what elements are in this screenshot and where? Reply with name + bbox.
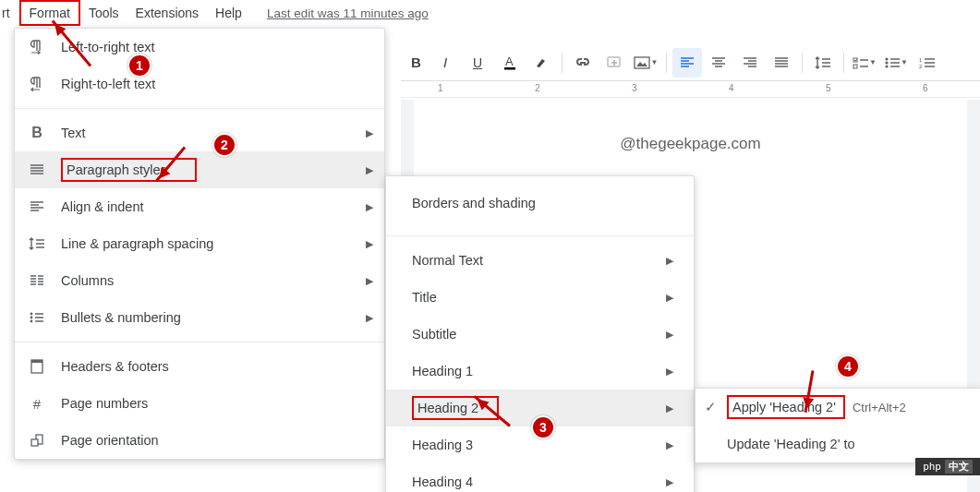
submenu-arrow-icon: ▶: [366, 275, 373, 287]
bold-icon: B: [26, 125, 48, 141]
svg-text:B: B: [411, 56, 421, 69]
submenu-item-heading4[interactable]: Heading 4 ▶: [386, 463, 694, 492]
last-edit[interactable]: Last edit was 11 minutes ago: [267, 6, 429, 20]
svg-point-16: [30, 320, 33, 323]
line-spacing-button[interactable]: [808, 48, 838, 78]
submenu-item-subtitle[interactable]: Subtitle ▶: [386, 316, 694, 353]
menu-label: Apply 'Heading 2': [732, 400, 836, 414]
italic-button[interactable]: I: [432, 48, 462, 78]
submenu-arrow-icon: ▶: [366, 238, 373, 250]
highlight-button[interactable]: [526, 48, 556, 78]
svg-point-15: [30, 317, 33, 319]
menu-item-text[interactable]: B Text ▶: [15, 114, 384, 151]
svg-point-14: [30, 313, 33, 316]
menu-label: Align & indent: [61, 199, 366, 214]
text-color-button[interactable]: A: [495, 48, 525, 78]
svg-point-11: [885, 65, 888, 67]
align-right-button[interactable]: [735, 48, 765, 78]
submenu-item-normal-text[interactable]: Normal Text ▶: [386, 242, 694, 279]
svg-text:2: 2: [919, 64, 923, 69]
menu-label: Page orientation: [61, 433, 373, 448]
bold-button[interactable]: B: [401, 48, 430, 78]
menubar-item-insert[interactable]: rt: [0, 2, 18, 24]
svg-rect-6: [635, 57, 649, 68]
bullets-numbering-icon: [26, 311, 48, 324]
menu-label: Paragraph styles: [67, 162, 167, 177]
menu-item-headers-footers[interactable]: Headers & footers: [15, 348, 384, 385]
numbered-list-button[interactable]: 12: [913, 48, 942, 78]
headers-footers-icon: [26, 359, 48, 374]
menubar-item-tools[interactable]: Tools: [80, 2, 127, 24]
add-comment-button[interactable]: [599, 48, 629, 78]
menu-item-page-orientation[interactable]: Page orientation: [15, 422, 384, 459]
svg-rect-20: [31, 439, 38, 446]
menu-label: Heading 1: [412, 364, 473, 378]
separator: [843, 53, 844, 73]
ruler-mark: 5: [826, 83, 831, 93]
menu-label: Normal Text: [412, 253, 483, 268]
submenu-arrow-icon: ▶: [666, 255, 673, 267]
submenu-item-borders-shading[interactable]: Borders and shading: [386, 176, 694, 230]
menu-separator: [386, 235, 694, 236]
menubar-item-extensions[interactable]: Extensions: [127, 2, 207, 24]
menubar-item-help[interactable]: Help: [207, 2, 250, 24]
submenu-arrow-icon: ▶: [666, 402, 673, 414]
svg-point-10: [885, 61, 888, 64]
toolbar: B I U A ▼ ▼ ▼ 12: [401, 44, 980, 81]
submenu-arrow-icon: ▶: [666, 292, 673, 304]
menu-label: Heading 4: [412, 474, 473, 489]
format-menu: Left-to-right text Right-to-left text B …: [14, 28, 385, 460]
submenu-item-update-heading2[interactable]: Update 'Heading 2' to: [696, 426, 980, 462]
submenu-arrow-icon: ▶: [666, 329, 673, 341]
menu-item-bullets-numbering[interactable]: Bullets & numbering ▶: [15, 299, 384, 336]
watermark: @thegeekpage.com: [620, 135, 760, 152]
menu-item-page-numbers[interactable]: # Page numbers: [15, 385, 384, 422]
separator: [802, 53, 803, 73]
svg-text:1: 1: [919, 57, 923, 63]
menu-item-ltr[interactable]: Left-to-right text: [15, 29, 384, 66]
annotation-badge-4: 4: [836, 354, 860, 378]
submenu-item-heading1[interactable]: Heading 1 ▶: [386, 353, 694, 390]
page-orientation-icon: [26, 433, 48, 448]
menu-label: Subtitle: [412, 327, 456, 342]
insert-image-button[interactable]: ▼: [631, 48, 660, 78]
rtl-icon: [26, 77, 48, 91]
insert-link-button[interactable]: [568, 48, 598, 78]
checklist-button[interactable]: ▼: [850, 48, 879, 78]
columns-icon: [26, 274, 48, 287]
submenu-arrow-icon: ▶: [366, 312, 373, 324]
submenu-arrow-icon: ▶: [666, 476, 673, 488]
submenu-item-title[interactable]: Title ▶: [386, 279, 694, 316]
align-center-button[interactable]: [704, 48, 733, 78]
svg-text:A: A: [505, 55, 514, 68]
menu-label: Left-to-right text: [61, 40, 373, 54]
menu-item-columns[interactable]: Columns ▶: [15, 262, 384, 299]
ruler-mark: 2: [535, 83, 540, 93]
annotation-badge-3: 3: [531, 415, 555, 439]
svg-point-9: [885, 57, 888, 60]
menu-label: Bullets & numbering: [61, 310, 366, 325]
menu-item-paragraph-styles[interactable]: Paragraph styles ▶: [15, 151, 384, 188]
annotation-badge-1: 1: [127, 54, 151, 78]
separator: [562, 53, 563, 73]
menu-item-line-spacing[interactable]: Line & paragraph spacing ▶: [15, 225, 384, 262]
align-left-button[interactable]: [672, 48, 702, 78]
submenu-arrow-icon: ▶: [366, 127, 373, 139]
bullet-list-button[interactable]: ▼: [881, 48, 911, 78]
align-justify-button[interactable]: [767, 48, 796, 78]
paragraph-styles-submenu: Borders and shading Normal Text ▶ Title …: [385, 175, 695, 492]
submenu-item-apply-heading2[interactable]: ✓ Apply 'Heading 2' Ctrl+Alt+2: [696, 389, 980, 426]
menu-item-rtl[interactable]: Right-to-left text: [15, 66, 384, 102]
ruler-mark: 4: [729, 83, 734, 93]
submenu-arrow-icon: ▶: [366, 201, 373, 213]
menubar: rt Format Tools Extensions Help Last edi…: [0, 0, 980, 26]
submenu-arrow-icon: ▶: [666, 439, 673, 451]
menu-label: Heading 2: [417, 401, 478, 415]
menu-label: Columns: [61, 273, 366, 288]
menu-label: Title: [412, 290, 437, 305]
underline-button[interactable]: U: [464, 48, 493, 78]
svg-rect-8: [853, 65, 857, 68]
separator: [666, 53, 667, 73]
checkmark-icon: ✓: [705, 400, 727, 414]
menu-item-align-indent[interactable]: Align & indent ▶: [15, 188, 384, 225]
